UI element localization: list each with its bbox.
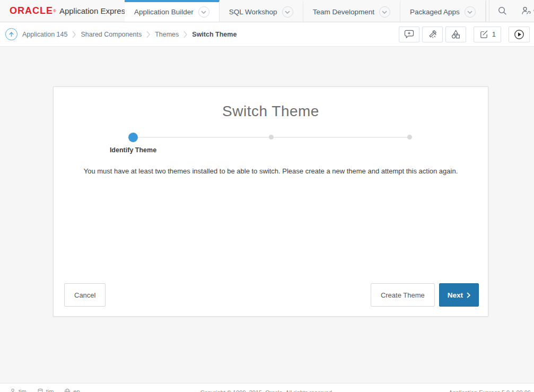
wizard-step-3-dot: [407, 135, 412, 140]
oracle-brand-text: ORACLE: [10, 5, 53, 16]
version-text: Application Express 5.0.1.00.06: [449, 389, 531, 392]
wizard-step-1-dot: [128, 133, 138, 142]
flashlight-icon: [427, 29, 437, 39]
next-button[interactable]: Next: [439, 283, 479, 307]
page-footer: tim tim en Copyright © 1999, 2015, Oracl…: [0, 383, 534, 392]
breadcrumb-item-application[interactable]: Application 145: [22, 31, 67, 38]
chevron-down-icon[interactable]: [379, 6, 390, 18]
tab-label: Team Development: [313, 8, 374, 16]
wizard-message: You must have at least two themes instal…: [54, 167, 488, 176]
run-application-button[interactable]: [509, 27, 530, 42]
shared-components-button[interactable]: [445, 27, 466, 42]
cancel-button[interactable]: Cancel: [64, 283, 106, 307]
chevron-down-icon[interactable]: [198, 6, 209, 18]
edit-page-number: 1: [492, 30, 496, 38]
chevron-down-icon[interactable]: [282, 6, 293, 18]
next-button-label: Next: [448, 291, 463, 299]
edit-page-button[interactable]: 1: [474, 27, 501, 42]
tab-sql-workshop[interactable]: SQL Workshop: [220, 0, 303, 22]
search-icon: [497, 6, 507, 16]
search-button[interactable]: [489, 0, 516, 22]
feedback-button[interactable]: [399, 27, 419, 42]
wizard-step-2-dot: [269, 135, 274, 140]
switch-theme-wizard-card: Switch Theme Identify Theme You must hav…: [53, 86, 488, 317]
tab-label: Application Builder: [134, 8, 194, 16]
tab-label: Packaged Apps: [410, 8, 460, 16]
product-name: Application Express: [59, 6, 129, 15]
advisor-flashlight-button[interactable]: [422, 27, 443, 42]
create-theme-button[interactable]: Create Theme: [371, 283, 435, 307]
user-wrench-icon: [521, 6, 531, 16]
top-navigation-bar: ORACLE® Application Express Application …: [0, 0, 534, 22]
arrow-up-icon: [8, 31, 14, 38]
chevron-right-icon: [467, 292, 470, 298]
page-toolbar: 1: [399, 27, 530, 42]
breadcrumb-item-switch-theme: Switch Theme: [192, 31, 237, 38]
breadcrumb-separator-icon: [72, 31, 76, 38]
up-level-button[interactable]: [5, 28, 17, 40]
feedback-comment-icon: [404, 30, 414, 39]
edit-pencil-icon: [479, 29, 489, 39]
tab-application-builder[interactable]: Application Builder: [125, 0, 220, 22]
tab-packaged-apps[interactable]: Packaged Apps: [400, 0, 486, 22]
breadcrumb-bar: Application 145 Shared Components Themes…: [0, 22, 534, 47]
breadcrumb: Application 145 Shared Components Themes…: [22, 31, 237, 38]
tab-label: SQL Workshop: [229, 8, 277, 16]
breadcrumb-item-themes[interactable]: Themes: [155, 31, 179, 38]
oracle-logo: ORACLE® Application Express: [0, 0, 125, 22]
administration-menu-button[interactable]: [516, 0, 534, 22]
page-title: Switch Theme: [54, 103, 488, 120]
tab-team-development[interactable]: Team Development: [303, 0, 400, 22]
wizard-action-buttons: Create Theme Next: [371, 283, 479, 307]
breadcrumb-item-shared-components[interactable]: Shared Components: [81, 31, 142, 38]
wizard-step-1-label: Identify Theme: [110, 146, 156, 154]
topbar-utility-icons: ?: [486, 0, 534, 22]
play-icon: [514, 29, 524, 40]
breadcrumb-separator-icon: [183, 31, 187, 38]
chevron-down-icon[interactable]: [465, 6, 476, 18]
registered-mark: ®: [53, 8, 56, 14]
breadcrumb-separator-icon: [146, 31, 150, 38]
shapes-icon: [451, 29, 461, 39]
